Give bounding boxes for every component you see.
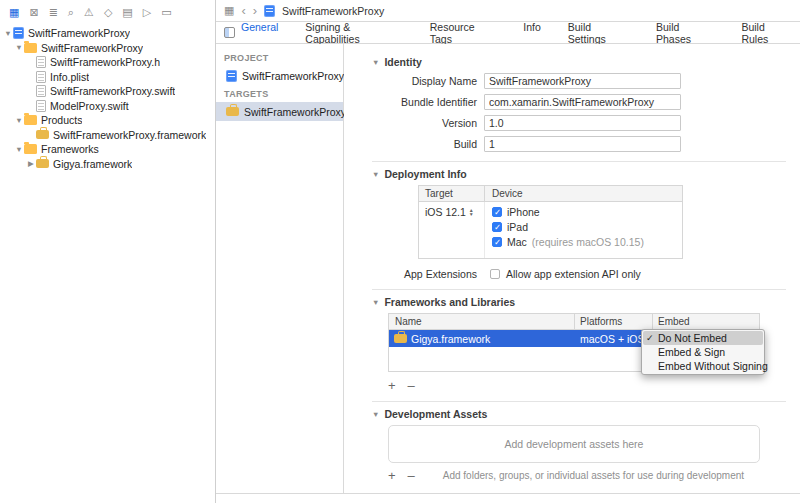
tab-build-phases[interactable]: Build Phases (656, 21, 714, 45)
bundle-identifier-row: Bundle Identifier (372, 94, 786, 110)
related-items-icon[interactable]: ▦ (224, 4, 234, 17)
tree-item-framework[interactable]: ▶ Gigya.framework (0, 157, 215, 172)
device-column: iPhone iPad Mac (requires macOS 10.15) (485, 202, 682, 258)
tab-info[interactable]: Info (523, 21, 541, 45)
disclosure-open-icon: ▼ (372, 298, 379, 307)
device-row-iphone: iPhone (492, 206, 682, 218)
identity-section-header[interactable]: ▼ Identity (372, 56, 786, 68)
app-extensions-option-label: Allow app extension API only (506, 268, 641, 280)
xcode-window: ▦ ⊠ ≣ ⌕ ⚠ ◇ ▤ ▷ ▭ ▼ SwiftFrameworkProxy … (0, 0, 800, 503)
remove-asset-button[interactable]: – (408, 469, 415, 482)
tree-item-group[interactable]: ▼ SwiftFrameworkProxy (0, 41, 215, 56)
tree-item-project[interactable]: ▼ SwiftFrameworkProxy (0, 26, 215, 41)
tab-signing-capabilities[interactable]: Signing & Capabilities (305, 21, 402, 45)
target-item-label: SwiftFrameworkProxy (244, 106, 346, 118)
tree-item-file[interactable]: SwiftFrameworkProxy.swift (0, 84, 215, 99)
add-asset-button[interactable]: + (388, 469, 396, 482)
version-row: Version (372, 115, 786, 131)
frameworks-add-remove: + – (388, 379, 786, 392)
section-title: Deployment Info (384, 168, 466, 180)
device-label: Mac (507, 236, 527, 248)
target-item[interactable]: SwiftFrameworkProxy (216, 102, 343, 121)
settings-content: PROJECT SwiftFrameworkProxy TARGETS Swif… (216, 44, 800, 493)
tree-item-file[interactable]: SwiftFrameworkProxy.framework (0, 128, 215, 143)
file-name: SwiftFrameworkProxy.h (50, 56, 160, 68)
tabs: General Signing & Capabilities Resource … (241, 21, 792, 45)
plist-file-icon (36, 71, 46, 83)
breakpoint-navigator-icon[interactable]: ▷ (143, 6, 151, 19)
remove-framework-button[interactable]: – (408, 379, 415, 392)
build-field[interactable] (484, 136, 681, 152)
framework-name-cell: Gigya.framework (389, 333, 575, 345)
editor-bottom-bar (216, 493, 800, 503)
tree-item-group[interactable]: ▼ Products (0, 113, 215, 128)
tree-item-file[interactable]: Info.plist (0, 70, 215, 85)
forward-icon[interactable]: › (253, 6, 257, 16)
embed-dropdown-menu: ✓ Do Not Embed Embed & Sign Embed Withou… (641, 329, 765, 375)
find-navigator-icon[interactable]: ⌕ (68, 6, 74, 19)
disclosure-open-icon[interactable]: ▼ (14, 43, 24, 52)
tree-item-file[interactable]: SwiftFrameworkProxy.h (0, 55, 215, 70)
menu-item-embed-without-signing[interactable]: Embed Without Signing (643, 359, 763, 373)
disclosure-closed-icon[interactable]: ▶ (26, 159, 36, 168)
section-title: Development Assets (384, 408, 487, 420)
symbol-navigator-icon[interactable]: ≣ (49, 6, 58, 19)
frameworks-table-wrap: Name Platforms Embed Gigya.framework mac… (388, 313, 760, 372)
stepper-chevrons-icon: ▲▼ (469, 208, 474, 216)
general-settings-pane: ▼ Identity Display Name Bundle Identifie… (344, 44, 800, 493)
bundle-identifier-field[interactable] (484, 94, 681, 110)
frameworks-section-header[interactable]: ▼ Frameworks and Libraries (372, 296, 786, 308)
debug-navigator-icon[interactable]: ▤ (122, 6, 132, 19)
project-item[interactable]: SwiftFrameworkProxy (216, 66, 343, 85)
development-assets-section-header[interactable]: ▼ Development Assets (372, 408, 786, 420)
swift-file-icon (36, 85, 46, 97)
menu-item-embed-and-sign[interactable]: Embed & Sign (643, 345, 763, 359)
jump-bar-title[interactable]: SwiftFrameworkProxy (282, 5, 384, 17)
menu-item-label: Embed & Sign (658, 346, 725, 358)
folder-icon (24, 115, 37, 125)
disclosure-open-icon[interactable]: ▼ (14, 145, 24, 154)
development-assets-dropzone[interactable]: Add development assets here (388, 425, 760, 463)
ios-version-popup[interactable]: iOS 12.1 ▲▼ (425, 206, 474, 218)
device-column-header: Device (485, 188, 523, 199)
embed-column-header: Embed (653, 316, 759, 327)
targets-section-header: TARGETS (216, 85, 343, 102)
back-icon[interactable]: ‹ (241, 6, 245, 16)
version-field[interactable] (484, 115, 681, 131)
menu-item-label: Do Not Embed (658, 332, 727, 344)
display-name-field[interactable] (484, 73, 681, 89)
project-navigator-icon[interactable]: ▦ (9, 6, 19, 19)
tree-item-group[interactable]: ▼ Frameworks (0, 142, 215, 157)
ipad-checkbox[interactable] (492, 222, 502, 232)
device-label: iPad (507, 221, 528, 233)
tab-build-rules[interactable]: Build Rules (741, 21, 792, 45)
deployment-table-body: iOS 12.1 ▲▼ iPhone iPad (419, 202, 682, 258)
tab-general[interactable]: General (241, 21, 278, 45)
tab-resource-tags[interactable]: Resource Tags (430, 21, 497, 45)
tree-item-file[interactable]: ModelProxy.swift (0, 99, 215, 114)
field-label: Build (372, 138, 477, 150)
issue-navigator-icon[interactable]: ⚠ (84, 6, 94, 19)
development-assets-footer: + – Add folders, groups, or individual a… (388, 469, 760, 482)
add-framework-button[interactable]: + (388, 379, 396, 392)
project-section-header: PROJECT (216, 49, 343, 66)
app-extensions-checkbox[interactable] (490, 269, 500, 279)
mac-checkbox[interactable] (492, 237, 502, 247)
field-label: Bundle Identifier (372, 96, 477, 108)
disclosure-open-icon[interactable]: ▼ (14, 116, 24, 125)
project-icon (226, 70, 237, 82)
test-navigator-icon[interactable]: ◇ (104, 6, 112, 19)
deployment-info-section-header[interactable]: ▼ Deployment Info (372, 168, 786, 180)
source-control-navigator-icon[interactable]: ⊠ (29, 6, 38, 19)
file-name: SwiftFrameworkProxy (28, 27, 130, 39)
tab-build-settings[interactable]: Build Settings (568, 21, 629, 45)
deployment-table-header: Target Device (419, 186, 682, 202)
file-tree: ▼ SwiftFrameworkProxy ▼ SwiftFrameworkPr… (0, 24, 215, 171)
framework-name: Gigya.framework (411, 333, 490, 345)
iphone-checkbox[interactable] (492, 207, 502, 217)
file-name: SwiftFrameworkProxy (41, 42, 143, 54)
disclosure-open-icon[interactable]: ▼ (3, 29, 13, 38)
report-navigator-icon[interactable]: ▭ (161, 6, 171, 19)
menu-item-do-not-embed[interactable]: ✓ Do Not Embed (643, 331, 763, 345)
editor-pane-icon[interactable] (224, 27, 235, 38)
